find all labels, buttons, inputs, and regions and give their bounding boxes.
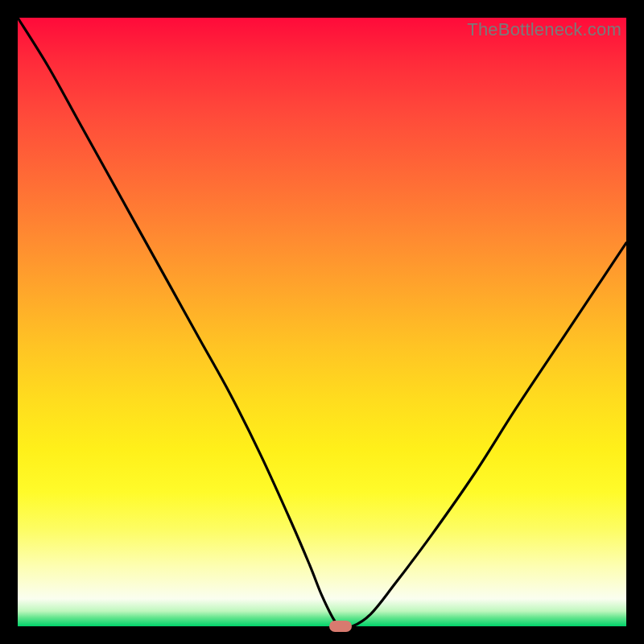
bottleneck-curve <box>18 18 626 626</box>
plot-area: TheBottleneck.com <box>18 18 626 626</box>
chart-frame: TheBottleneck.com <box>0 0 644 644</box>
optimum-marker <box>329 621 352 632</box>
